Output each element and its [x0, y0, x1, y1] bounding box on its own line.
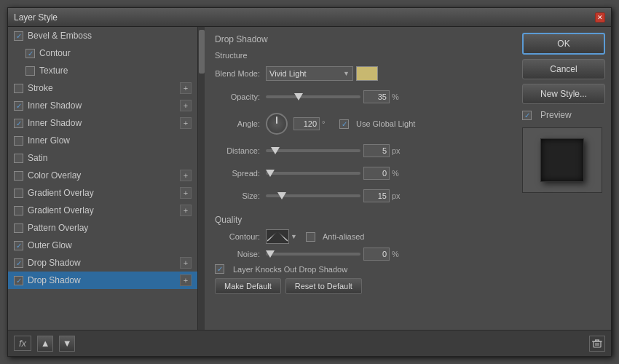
checkbox-satin[interactable] — [14, 154, 23, 163]
action-row: Make Default Reset to Default — [215, 278, 506, 294]
reset-to-default-button[interactable]: Reset to Default — [285, 278, 362, 294]
checkbox-stroke[interactable] — [14, 84, 23, 93]
layer-knocks-row[interactable]: Layer Knocks Out Drop Shadow — [215, 264, 506, 274]
left-scrollbar[interactable] — [197, 27, 205, 330]
layer-item-inner-shadow-1[interactable]: Inner Shadow + — [8, 97, 197, 114]
layer-item-stroke[interactable]: Stroke + — [8, 79, 197, 97]
angle-input[interactable]: 120 — [293, 117, 320, 130]
structure-title: Structure — [215, 50, 506, 60]
preview-inner — [540, 138, 584, 182]
opacity-slider[interactable] — [266, 92, 360, 102]
size-slider[interactable] — [266, 191, 360, 201]
plus-color-overlay[interactable]: + — [180, 170, 192, 181]
checkbox-drop-shadow-1[interactable] — [14, 258, 23, 268]
preview-row: Preview — [522, 110, 605, 120]
dialog-body: Bevel & Emboss Contour Texture Stroke + — [8, 27, 611, 330]
spread-thumb[interactable] — [266, 170, 275, 177]
layer-label-bevel-emboss: Bevel & Emboss — [28, 31, 192, 41]
checkbox-inner-glow[interactable] — [14, 136, 23, 146]
checkbox-drop-shadow-2[interactable] — [14, 276, 23, 285]
checkbox-color-overlay[interactable] — [14, 171, 23, 181]
contour-arrow[interactable]: ▼ — [291, 233, 297, 240]
dialog-title: Layer Style — [14, 12, 58, 23]
distance-track — [266, 149, 360, 152]
bottom-bar: fx ▲ ▼ — [8, 330, 611, 356]
layer-label-inner-shadow-1: Inner Shadow — [28, 100, 178, 111]
layer-item-inner-shadow-2[interactable]: Inner Shadow + — [8, 114, 197, 132]
ok-button[interactable]: OK — [522, 33, 605, 55]
title-bar: Layer Style ✕ — [8, 8, 611, 27]
opacity-input[interactable]: 35 — [363, 90, 390, 103]
distance-slider[interactable] — [266, 146, 360, 156]
layer-item-color-overlay[interactable]: Color Overlay + — [8, 167, 197, 184]
checkbox-outer-glow[interactable] — [14, 241, 23, 250]
noise-unit: % — [392, 250, 403, 258]
checkbox-gradient-overlay-1[interactable] — [14, 189, 23, 198]
layer-item-texture[interactable]: Texture — [8, 62, 197, 79]
plus-inner-shadow-2[interactable]: + — [180, 117, 192, 129]
anti-aliased-text: Anti-aliased — [323, 232, 364, 241]
layer-label-inner-glow: Inner Glow — [28, 135, 192, 146]
checkbox-inner-shadow-1[interactable] — [14, 101, 23, 111]
noise-slider[interactable] — [266, 249, 360, 259]
blend-mode-arrow: ▼ — [343, 70, 350, 77]
checkbox-pattern-overlay[interactable] — [14, 223, 23, 233]
blend-mode-select[interactable]: Vivid Light ▼ — [266, 66, 353, 81]
preview-box — [522, 127, 602, 193]
checkbox-bevel-emboss[interactable] — [14, 31, 23, 41]
angle-dial[interactable] — [266, 113, 288, 135]
checkbox-gradient-overlay-2[interactable] — [14, 206, 23, 215]
plus-inner-shadow-1[interactable]: + — [180, 100, 192, 111]
anti-aliased-label[interactable]: Anti-aliased — [306, 232, 364, 242]
size-input[interactable]: 15 — [363, 189, 390, 202]
use-global-light-checkbox[interactable] — [339, 119, 349, 129]
plus-gradient-overlay-1[interactable]: + — [180, 187, 192, 199]
layer-item-outer-glow[interactable]: Outer Glow — [8, 237, 197, 254]
preview-checkbox[interactable] — [522, 111, 532, 120]
layer-knocks-label: Layer Knocks Out Drop Shadow — [233, 265, 347, 274]
use-global-light-label[interactable]: Use Global Light — [339, 119, 415, 129]
blend-mode-color-swatch[interactable] — [356, 66, 378, 81]
plus-drop-shadow-1[interactable]: + — [180, 257, 192, 269]
distance-input[interactable]: 5 — [363, 144, 390, 157]
delete-button[interactable] — [589, 336, 605, 352]
layer-item-satin[interactable]: Satin — [8, 149, 197, 167]
layer-item-gradient-overlay-2[interactable]: Gradient Overlay + — [8, 202, 197, 219]
layer-item-gradient-overlay-1[interactable]: Gradient Overlay + — [8, 184, 197, 202]
move-down-button[interactable]: ▼ — [59, 336, 75, 352]
plus-gradient-overlay-2[interactable]: + — [180, 205, 192, 216]
checkbox-texture[interactable] — [25, 66, 35, 76]
layer-item-contour[interactable]: Contour — [8, 44, 197, 62]
plus-stroke[interactable]: + — [180, 82, 192, 94]
make-default-button[interactable]: Make Default — [215, 278, 281, 294]
contour-row: Contour: ▼ Anti-aliased — [215, 229, 506, 244]
spread-input[interactable]: 0 — [363, 167, 390, 180]
distance-thumb[interactable] — [271, 147, 280, 154]
new-style-button[interactable]: New Style... — [522, 84, 605, 104]
fx-label: fx — [14, 336, 31, 351]
spread-row: Spread: 0 % — [215, 167, 506, 180]
anti-aliased-checkbox[interactable] — [306, 232, 315, 242]
spread-slider[interactable] — [266, 168, 360, 178]
layer-item-bevel-emboss[interactable]: Bevel & Emboss — [8, 27, 197, 44]
left-scroll-thumb[interactable] — [199, 30, 205, 74]
noise-input[interactable]: 0 — [363, 248, 390, 261]
checkbox-inner-shadow-2[interactable] — [14, 119, 23, 128]
cancel-button[interactable]: Cancel — [522, 59, 605, 79]
layer-item-drop-shadow-2[interactable]: Drop Shadow + — [8, 272, 197, 289]
layer-label-inner-shadow-2: Inner Shadow — [28, 118, 178, 128]
layer-item-pattern-overlay[interactable]: Pattern Overlay — [8, 219, 197, 237]
layer-label-pattern-overlay: Pattern Overlay — [28, 223, 192, 233]
noise-thumb[interactable] — [266, 250, 275, 258]
plus-drop-shadow-2[interactable]: + — [180, 274, 192, 286]
opacity-thumb[interactable] — [294, 93, 303, 100]
layer-item-drop-shadow-1[interactable]: Drop Shadow + — [8, 254, 197, 272]
checkbox-contour[interactable] — [25, 49, 35, 58]
contour-preview[interactable] — [266, 229, 289, 244]
layer-label-outer-glow: Outer Glow — [28, 240, 192, 250]
move-up-button[interactable]: ▲ — [37, 336, 53, 352]
close-button[interactable]: ✕ — [595, 12, 605, 23]
layer-item-inner-glow[interactable]: Inner Glow — [8, 132, 197, 149]
size-thumb[interactable] — [277, 192, 286, 199]
layer-knocks-checkbox[interactable] — [215, 264, 224, 274]
